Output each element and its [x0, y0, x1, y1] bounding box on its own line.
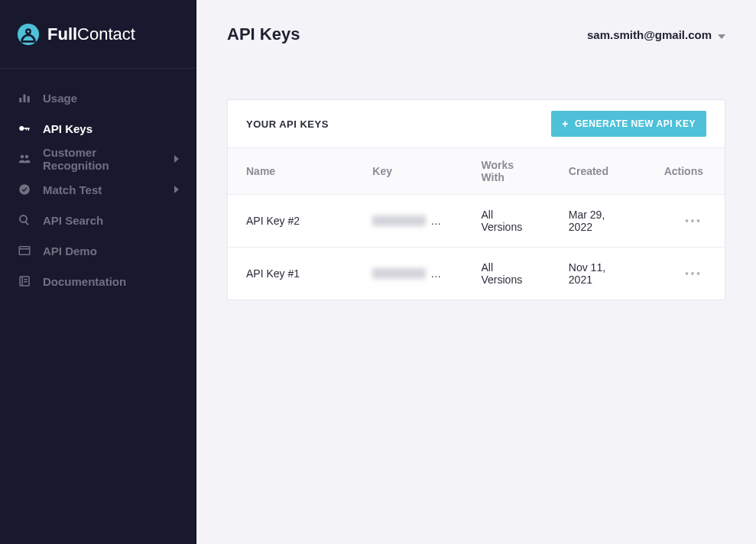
svg-point-26 [697, 272, 700, 275]
svg-rect-5 [28, 96, 30, 102]
window-icon [17, 243, 32, 258]
plus-icon: + [562, 118, 569, 129]
bar-chart-icon [17, 90, 32, 105]
brand-mark-icon [17, 23, 40, 46]
generate-new-api-key-button[interactable]: + GENERATE NEW API KEY [551, 111, 706, 137]
cell-works-with: All Versions [462, 248, 550, 300]
card-header: YOUR API KEYS + GENERATE NEW API KEY [228, 100, 725, 147]
svg-point-23 [697, 219, 700, 222]
cell-works-with: All Versions [462, 195, 550, 248]
cell-key: … [354, 248, 462, 300]
svg-point-2 [28, 30, 30, 32]
cell-created: Nov 11, 2021 [550, 248, 646, 300]
column-header-actions: Actions [646, 148, 725, 195]
check-circle-icon [17, 182, 32, 197]
cell-created: Mar 29, 2022 [550, 195, 646, 248]
cell-key: … [354, 195, 462, 248]
card-title: YOUR API KEYS [246, 118, 329, 130]
brand-logo[interactable]: FullContact [17, 23, 135, 46]
row-actions-button[interactable] [682, 266, 703, 281]
key-ellipsis: … [430, 215, 441, 227]
sidebar-item-api-search[interactable]: API Search [0, 205, 196, 235]
svg-point-6 [19, 126, 24, 131]
svg-rect-14 [24, 222, 29, 226]
people-icon [17, 151, 32, 167]
key-icon [17, 121, 32, 136]
svg-point-21 [686, 219, 689, 222]
user-menu[interactable]: sam.smith@gmail.com [587, 28, 725, 41]
sidebar-item-label: API Search [43, 214, 179, 227]
sidebar-item-usage[interactable]: Usage [0, 83, 196, 113]
sidebar-item-label: Customer Recognition [43, 146, 164, 172]
svg-rect-8 [28, 128, 30, 131]
svg-point-24 [686, 272, 689, 275]
svg-rect-15 [19, 247, 30, 255]
svg-rect-3 [19, 98, 21, 102]
api-keys-table: Name Key Works With Created Actions API … [228, 147, 725, 300]
table-row: API Key #1 … All Versions Nov 11, 2021 [228, 248, 725, 300]
header: API Keys sam.smith@gmail.com [196, 0, 756, 69]
cell-name: API Key #2 [228, 195, 354, 248]
svg-point-13 [20, 215, 27, 222]
column-header-key: Key [354, 148, 462, 195]
sidebar: FullContact Usage API Keys [0, 0, 196, 544]
column-header-name: Name [228, 148, 354, 195]
main: API Keys sam.smith@gmail.com YOUR API KE… [196, 0, 756, 544]
app-root: FullContact Usage API Keys [0, 0, 756, 544]
svg-rect-9 [26, 128, 28, 130]
cell-name: API Key #1 [228, 248, 354, 300]
user-email: sam.smith@gmail.com [587, 28, 712, 41]
column-header-works-with: Works With [462, 148, 550, 195]
brand-name: FullContact [47, 24, 135, 44]
key-ellipsis: … [430, 267, 441, 280]
sidebar-item-documentation[interactable]: Documentation [0, 266, 196, 296]
logo-container: FullContact [0, 0, 196, 69]
chevron-right-icon [174, 186, 179, 193]
sidebar-item-label: Documentation [43, 275, 179, 288]
svg-point-12 [19, 184, 30, 195]
svg-point-25 [691, 272, 694, 275]
obscured-key [372, 268, 426, 279]
chevron-down-icon [718, 28, 725, 41]
book-icon [17, 274, 32, 289]
api-keys-card: YOUR API KEYS + GENERATE NEW API KEY Nam… [227, 99, 725, 300]
table-header-row: Name Key Works With Created Actions [228, 148, 725, 195]
sidebar-nav: Usage API Keys Customer Recognition [0, 69, 196, 310]
sidebar-item-api-demo[interactable]: API Demo [0, 235, 196, 266]
content: YOUR API KEYS + GENERATE NEW API KEY Nam… [196, 69, 756, 331]
sidebar-item-label: API Keys [43, 122, 179, 135]
svg-point-10 [21, 155, 24, 159]
column-header-created: Created [550, 148, 646, 195]
sidebar-item-api-keys[interactable]: API Keys [0, 113, 196, 144]
page-title: API Keys [227, 24, 300, 44]
row-actions-button[interactable] [682, 213, 703, 228]
svg-point-22 [691, 219, 694, 222]
button-label: GENERATE NEW API KEY [575, 118, 696, 129]
cell-actions [646, 195, 725, 248]
search-icon [17, 212, 32, 228]
table-row: API Key #2 … All Versions Mar 29, 2022 [228, 195, 725, 248]
svg-point-11 [25, 155, 29, 159]
chevron-right-icon [174, 155, 179, 163]
sidebar-item-customer-recognition[interactable]: Customer Recognition [0, 144, 196, 174]
cell-actions [646, 248, 725, 300]
sidebar-item-match-test[interactable]: Match Test [0, 174, 196, 205]
sidebar-item-label: API Demo [43, 244, 179, 257]
sidebar-item-label: Usage [43, 92, 179, 105]
obscured-key [372, 215, 426, 226]
sidebar-item-label: Match Test [43, 183, 164, 196]
svg-rect-4 [24, 95, 26, 103]
